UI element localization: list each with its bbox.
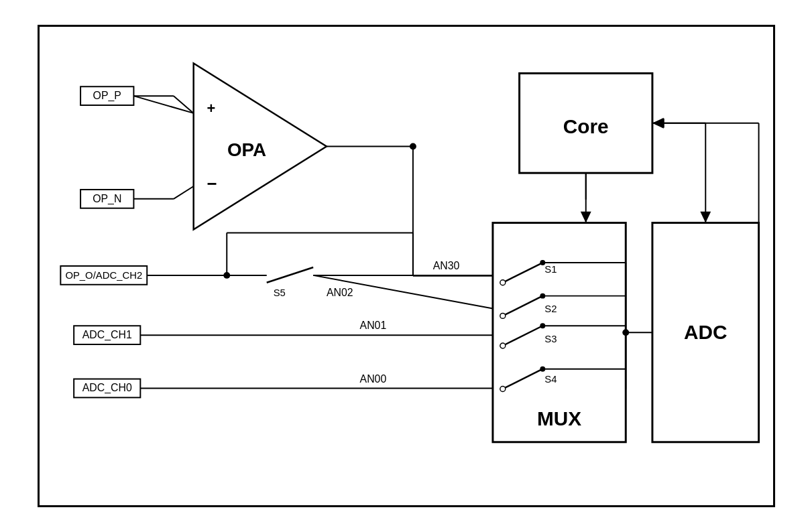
svg-marker-56 (652, 119, 664, 128)
op-n-label: OP_N (93, 193, 121, 205)
s2-label: S2 (544, 304, 557, 314)
svg-line-24 (266, 267, 312, 283)
an02-label: AN02 (326, 287, 353, 298)
s3-label: S3 (544, 334, 557, 344)
adc-ch0-label: ADC_CH0 (82, 382, 131, 394)
an30-label: AN30 (432, 260, 459, 271)
adc-component-label: ADC (684, 321, 727, 343)
svg-point-39 (500, 386, 505, 391)
s5-label: S5 (273, 287, 285, 298)
svg-marker-52 (700, 212, 711, 223)
svg-line-13 (173, 186, 193, 199)
opa-component-label: OPA (227, 139, 266, 160)
opa-plus-label: + (207, 100, 215, 117)
core-component-label: Core (563, 115, 608, 137)
svg-point-30 (500, 280, 505, 285)
svg-point-36 (500, 343, 505, 348)
an01-label: AN01 (359, 320, 386, 331)
svg-point-33 (500, 313, 505, 318)
opa-minus-label: − (207, 174, 217, 193)
op-p-label: OP_P (93, 90, 121, 102)
s1-label: S1 (544, 264, 557, 275)
adc-ch1-label: ADC_CH1 (82, 329, 131, 341)
an00-label: AN00 (359, 373, 386, 385)
op-o-adc-ch2-label: OP_O/ADC_CH2 (65, 270, 142, 281)
mux-component-label: MUX (537, 407, 581, 429)
diagram-container: OP_P OP_N OP_O/ADC_CH2 ADC_CH1 ADC_CH0 +… (38, 25, 775, 507)
s4-label: S4 (544, 374, 557, 385)
svg-marker-49 (580, 212, 591, 223)
